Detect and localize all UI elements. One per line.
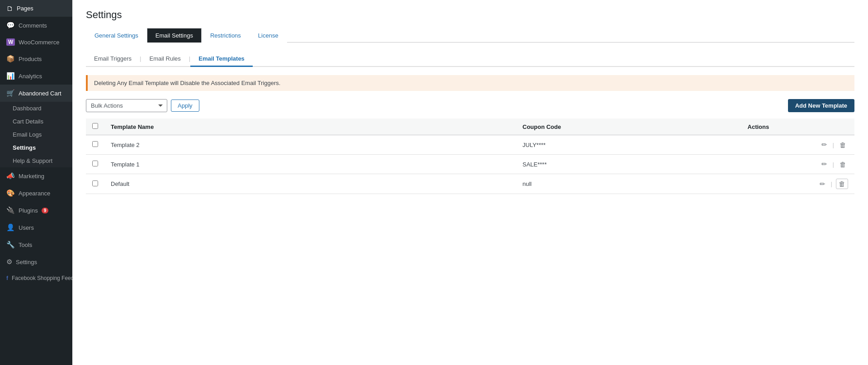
add-new-template-button[interactable]: Add New Template xyxy=(788,99,854,112)
products-icon: 📦 xyxy=(6,55,15,63)
sidebar-item-plugins[interactable]: 🔌 Plugins 9 xyxy=(0,202,72,219)
tools-icon: 🔧 xyxy=(6,241,15,249)
sidebar-item-settings[interactable]: ⚙ Settings xyxy=(0,253,72,270)
action-icons-2: ✏ | 🗑 xyxy=(748,159,848,169)
tabs-top: General Settings Email Settings Restrict… xyxy=(86,28,854,43)
delete-button-1[interactable]: 🗑 xyxy=(838,140,848,150)
delete-button-2[interactable]: 🗑 xyxy=(838,160,848,169)
table-row: Template 2 JULY**** ✏ | 🗑 xyxy=(86,135,854,155)
row-check-1 xyxy=(86,135,104,155)
sidebar-item-label: Users xyxy=(19,224,34,231)
template-table: Template Name Coupon Code Actions Templa… xyxy=(86,119,854,194)
sidebar-item-woocommerce[interactable]: W WooCommerce xyxy=(0,34,72,50)
sidebar-item-label: WooCommerce xyxy=(19,39,59,46)
main-content: Settings General Settings Email Settings… xyxy=(72,0,868,365)
apply-button[interactable]: Apply xyxy=(171,100,199,112)
sidebar-item-comments[interactable]: 💬 Comments xyxy=(0,17,72,34)
sidebar-sub-settings[interactable]: Settings xyxy=(0,141,72,154)
col-header-name: Template Name xyxy=(104,119,516,135)
sidebar-item-analytics[interactable]: 📊 Analytics xyxy=(0,67,72,85)
row-name-1: Template 2 xyxy=(104,135,516,155)
pipe-2: | xyxy=(833,161,834,168)
sidebar-item-label: Marketing xyxy=(19,173,44,180)
row-name-2: Template 1 xyxy=(104,155,516,174)
sidebar-item-label: Pages xyxy=(17,5,33,12)
pipe-1: | xyxy=(833,142,834,148)
plugins-badge: 9 xyxy=(42,208,49,213)
tab-general-settings[interactable]: General Settings xyxy=(86,28,147,43)
sidebar-item-label: Comments xyxy=(19,22,47,29)
sidebar-item-tools[interactable]: 🔧 Tools xyxy=(0,236,72,253)
col-header-actions: Actions xyxy=(741,119,854,135)
action-icons-1: ✏ | 🗑 xyxy=(748,140,848,150)
row-coupon-2: SALE**** xyxy=(516,155,741,174)
analytics-icon: 📊 xyxy=(6,72,15,80)
toolbar-left: Bulk Actions Apply xyxy=(86,99,199,112)
edit-button-2[interactable]: ✏ xyxy=(820,159,829,169)
facebook-icon: f xyxy=(6,275,8,281)
delete-button-3[interactable]: 🗑 xyxy=(836,179,848,189)
table-row: Default null ✏ | 🗑 xyxy=(86,174,854,194)
sidebar-item-label: Tools xyxy=(19,242,32,248)
table-row: Template 1 SALE**** ✏ | 🗑 xyxy=(86,155,854,174)
toolbar: Bulk Actions Apply Add New Template xyxy=(86,99,854,112)
content-area: Settings General Settings Email Settings… xyxy=(72,0,868,365)
appearance-icon: 🎨 xyxy=(6,189,15,197)
sidebar-item-pages[interactable]: 🗋 Pages xyxy=(0,0,72,17)
sidebar-item-label: Appearance xyxy=(19,190,50,197)
sidebar-item-products[interactable]: 📦 Products xyxy=(0,50,72,67)
col-header-check xyxy=(86,119,104,135)
warning-notice: Deleting Any Email Template will Disable… xyxy=(86,75,854,91)
tab-email-settings[interactable]: Email Settings xyxy=(147,28,202,43)
sidebar-item-marketing[interactable]: 📣 Marketing xyxy=(0,167,72,185)
sidebar-item-abandoned-cart[interactable]: 🛒 Abandoned Cart xyxy=(0,85,72,102)
row-checkbox-1[interactable] xyxy=(92,141,98,147)
tab-email-rules[interactable]: Email Rules xyxy=(141,52,189,67)
table-body: Template 2 JULY**** ✏ | 🗑 T xyxy=(86,135,854,194)
notice-text: Deleting Any Email Template will Disable… xyxy=(94,80,280,86)
sidebar-submenu: Dashboard Cart Details Email Logs Settin… xyxy=(0,102,72,167)
bulk-actions-select[interactable]: Bulk Actions xyxy=(86,99,167,112)
sidebar-sub-help[interactable]: Help & Support xyxy=(0,154,72,167)
page-title: Settings xyxy=(86,9,854,21)
settings-icon: ⚙ xyxy=(6,258,12,266)
sidebar-item-label: Settings xyxy=(16,259,37,265)
sidebar-sub-email-logs[interactable]: Email Logs xyxy=(0,128,72,141)
row-checkbox-2[interactable] xyxy=(92,161,98,166)
sidebar-item-label: Facebook Shopping Feed xyxy=(12,275,72,281)
col-header-coupon: Coupon Code xyxy=(516,119,741,135)
row-checkbox-3[interactable] xyxy=(92,180,98,186)
tab-restrictions[interactable]: Restrictions xyxy=(202,28,250,43)
tab-email-triggers[interactable]: Email Triggers xyxy=(86,52,140,67)
marketing-icon: 📣 xyxy=(6,172,15,180)
pipe-3: | xyxy=(831,180,832,187)
sidebar-item-facebook[interactable]: f Facebook Shopping Feed xyxy=(0,270,72,286)
sidebar-sub-dashboard[interactable]: Dashboard xyxy=(0,102,72,115)
pages-icon: 🗋 xyxy=(6,5,13,12)
row-coupon-3: null xyxy=(516,174,741,194)
sidebar-item-label: Abandoned Cart xyxy=(19,90,61,97)
row-check-2 xyxy=(86,155,104,174)
row-actions-2: ✏ | 🗑 xyxy=(741,155,854,174)
sidebar-sub-cart-details[interactable]: Cart Details xyxy=(0,115,72,128)
sidebar-item-label: Plugins xyxy=(19,207,38,214)
comments-icon: 💬 xyxy=(6,21,15,29)
select-all-checkbox[interactable] xyxy=(92,123,98,129)
sidebar-item-users[interactable]: 👤 Users xyxy=(0,219,72,236)
users-icon: 👤 xyxy=(6,223,15,232)
row-actions-3: ✏ | 🗑 xyxy=(741,174,854,194)
sidebar-item-appearance[interactable]: 🎨 Appearance xyxy=(0,185,72,202)
row-coupon-1: JULY**** xyxy=(516,135,741,155)
table-header: Template Name Coupon Code Actions xyxy=(86,119,854,135)
tab-license[interactable]: License xyxy=(250,28,287,43)
tab-email-templates[interactable]: Email Templates xyxy=(190,52,253,67)
edit-button-1[interactable]: ✏ xyxy=(820,140,829,150)
edit-button-3[interactable]: ✏ xyxy=(818,179,827,189)
sidebar-item-label: Products xyxy=(19,56,42,62)
cart-icon: 🛒 xyxy=(6,89,15,97)
row-check-3 xyxy=(86,174,104,194)
row-actions-1: ✏ | 🗑 xyxy=(741,135,854,155)
action-icons-3: ✏ | 🗑 xyxy=(748,179,848,189)
plugins-icon: 🔌 xyxy=(6,206,15,214)
sidebar: 🗋 Pages 💬 Comments W WooCommerce 📦 Produ… xyxy=(0,0,72,365)
